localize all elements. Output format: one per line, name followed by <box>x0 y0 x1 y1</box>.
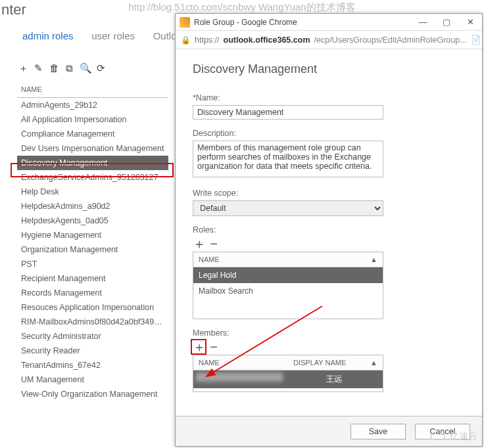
search-icon[interactable]: 🔍 <box>80 62 91 74</box>
close-icon[interactable]: ✕ <box>458 14 482 31</box>
members-label: Members: <box>193 328 465 338</box>
role-group-item[interactable]: Compliance Management <box>17 127 168 141</box>
description-label: Description: <box>193 129 465 138</box>
popup-window-title: Role Group - Google Chrome <box>194 18 297 27</box>
name-input[interactable] <box>193 105 383 120</box>
member-display-name: 王远 <box>285 370 383 388</box>
edit-icon[interactable]: ✎ <box>33 62 45 74</box>
delete-icon[interactable]: 🗑 <box>48 62 60 74</box>
role-row[interactable]: Mailbox Search <box>193 283 383 299</box>
role-group-list: AdminAgents_29b12All Application Imperso… <box>17 98 168 401</box>
role-group-item[interactable]: Hygiene Management <box>17 228 168 242</box>
url-host: outlook.office365.com <box>224 35 310 45</box>
popup-favicon <box>180 17 190 28</box>
members-add-icon[interactable]: ＋ <box>193 340 206 353</box>
members-header-name: NAME <box>199 359 220 367</box>
role-group-item[interactable]: HelpdeskAgents_0ad05 <box>17 213 168 228</box>
role-group-item[interactable]: Organization Management <box>17 242 168 257</box>
members-table: NAME DISPLAY NAME▲ 王远 <box>193 355 383 392</box>
write-scope-label: Write scope: <box>193 189 465 198</box>
save-button[interactable]: Save <box>351 424 406 439</box>
member-name-blurred <box>195 372 283 382</box>
role-group-item[interactable]: Security Reader <box>17 344 168 358</box>
role-group-item[interactable]: HelpdeskAdmins_a90d2 <box>17 199 168 213</box>
role-group-item[interactable]: All Application Impersonation <box>17 112 168 127</box>
role-group-item[interactable]: Recipient Management <box>17 271 168 286</box>
role-row[interactable]: Legal Hold <box>193 267 383 283</box>
role-group-item[interactable]: TenantAdmins_67e42 <box>17 358 168 372</box>
copy-icon[interactable]: ⧉ <box>64 62 76 74</box>
maximize-icon[interactable]: ▢ <box>435 14 458 31</box>
write-scope-select[interactable]: Default <box>193 200 383 216</box>
page-info-icon[interactable]: 📄 <box>471 35 481 45</box>
role-group-item[interactable]: Help Desk <box>17 185 168 199</box>
url-path: /ecp/UsersGroups/EditAdminRoleGroup... <box>314 35 467 45</box>
list-column-header: NAME <box>17 81 168 98</box>
popup-urlbar: 🔒 https://outlook.office365.com/ecp/User… <box>176 31 482 49</box>
role-group-item[interactable]: ExchangeServiceAdmins_951283127 <box>17 170 168 185</box>
role-group-item[interactable]: PST <box>17 257 168 271</box>
popup-titlebar: Role Group - Google Chrome — ▢ ✕ <box>176 14 482 31</box>
tab-admin-roles[interactable]: admin roles <box>22 30 74 41</box>
role-group-item[interactable]: View-Only Organization Management <box>17 387 168 401</box>
roles-remove-icon[interactable]: − <box>207 237 220 250</box>
roles-label: Roles: <box>193 225 465 235</box>
role-group-item[interactable]: Resouces Application Impersonation <box>17 300 168 315</box>
popup-heading: Discovery Management <box>193 62 465 76</box>
members-header-display: DISPLAY NAME <box>293 359 346 367</box>
cancel-button[interactable]: Cancel <box>415 424 470 439</box>
role-group-item[interactable]: RIM-MailboxAdmins0f80d42a0bf34969876fb0e… <box>17 315 168 329</box>
role-group-item[interactable]: Records Management <box>17 286 168 300</box>
role-group-item[interactable]: Security Administrator <box>17 329 168 344</box>
role-group-item[interactable]: AdminAgents_29b12 <box>17 98 168 112</box>
name-label: *Name: <box>193 93 465 102</box>
lock-icon: 🔒 <box>181 35 191 45</box>
members-remove-icon[interactable]: − <box>207 340 220 353</box>
roles-add-icon[interactable]: ＋ <box>193 237 206 250</box>
roles-header: NAME <box>199 256 220 263</box>
popup-button-row: Save Cancel <box>176 416 482 446</box>
role-group-item[interactable]: Discovery Management <box>17 156 168 170</box>
members-row[interactable]: 王远 <box>193 370 383 388</box>
minimize-icon[interactable]: — <box>411 14 435 31</box>
tab-user-roles[interactable]: user roles <box>91 30 135 41</box>
sort-asc-icon[interactable]: ▲ <box>370 359 377 367</box>
refresh-icon[interactable]: ⟳ <box>95 62 107 74</box>
description-textarea[interactable]: Members of this management role group ca… <box>193 141 383 177</box>
url-prefix: https:// <box>195 35 220 45</box>
role-group-item[interactable]: Dev Users Impersonation Management <box>17 141 168 156</box>
popup-body: Discovery Management *Name: Description:… <box>176 49 482 416</box>
roles-table: NAME▲ Legal HoldMailbox Search <box>193 252 383 319</box>
role-group-item[interactable]: UM Management <box>17 372 168 387</box>
add-icon[interactable]: ＋ <box>17 62 29 75</box>
popup-window: Role Group - Google Chrome — ▢ ✕ 🔒 https… <box>175 13 483 447</box>
sort-asc-icon[interactable]: ▲ <box>370 256 377 263</box>
